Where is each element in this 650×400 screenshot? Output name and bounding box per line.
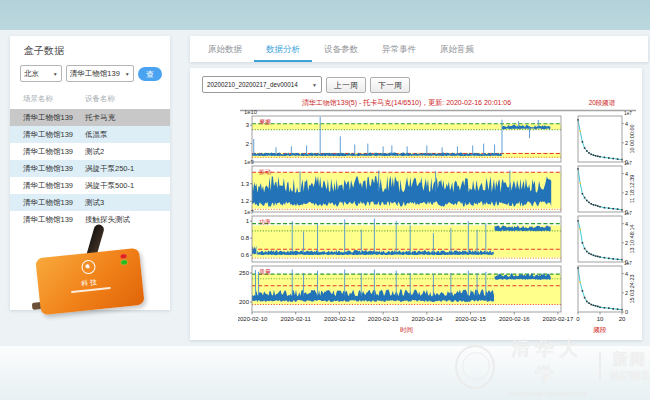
svg-text:20: 20 xyxy=(619,316,626,322)
row-device: 测试2 xyxy=(85,147,170,157)
row-scene: 清华工物馆139 xyxy=(10,164,85,174)
watermark-news-cn: 新闻 xyxy=(610,350,650,369)
svg-text:0.8: 0.8 xyxy=(241,235,250,241)
svg-text:1e7: 1e7 xyxy=(624,261,632,266)
tab-4[interactable]: 原始音频 xyxy=(428,36,486,60)
chevron-down-icon: ▼ xyxy=(53,71,58,77)
row-device: 涡旋干泵500-1 xyxy=(85,181,170,191)
svg-text:2: 2 xyxy=(625,190,628,196)
svg-text:2: 2 xyxy=(246,141,250,147)
svg-text:4: 4 xyxy=(625,171,628,177)
table-row[interactable]: 清华工物馆139接触探头测试 xyxy=(10,211,170,228)
led-red xyxy=(120,254,126,259)
tab-0[interactable]: 原始数据 xyxy=(196,36,254,60)
scene-column-header: 场景名称 xyxy=(10,94,85,104)
svg-text:振动: 振动 xyxy=(259,169,271,175)
table-row[interactable]: 清华工物馆139涡旋干泵500-1 xyxy=(10,177,170,194)
led-green xyxy=(121,260,127,265)
device-column-header: 设备名称 xyxy=(85,94,170,104)
device-table: 清华工物馆139托卡马克清华工物馆139低温泵清华工物馆139测试2清华工物馆1… xyxy=(10,109,170,228)
table-row[interactable]: 清华工物馆139涡旋干泵250-1 xyxy=(10,160,170,177)
svg-text:10: 10 xyxy=(597,316,604,322)
svg-text:1.2: 1.2 xyxy=(241,198,250,204)
svg-text:2020-02-11: 2020-02-11 xyxy=(281,316,312,322)
week-select-value: 20200210_20200217_dev00014 xyxy=(207,81,298,88)
svg-text:11 18:12:39: 11 18:12:39 xyxy=(629,175,635,204)
search-button[interactable]: 查询 xyxy=(138,67,162,81)
region-select-value: 北京 xyxy=(24,69,39,79)
watermark-divider xyxy=(599,352,601,382)
svg-text:2: 2 xyxy=(625,290,628,296)
svg-text:4: 4 xyxy=(625,221,628,227)
chevron-down-icon: ▼ xyxy=(312,82,317,88)
chevron-down-icon: ▼ xyxy=(125,71,130,77)
subplot-2: 0.60.811e7功率 xyxy=(241,209,561,262)
row-device: 涡旋干泵250-1 xyxy=(85,164,170,174)
row-device: 低温泵 xyxy=(85,130,170,140)
svg-text:1e7: 1e7 xyxy=(244,209,254,215)
watermark-en: Tsinghua University xyxy=(504,390,590,397)
row-device: 托卡马克 xyxy=(85,113,170,123)
svg-text:2020-02-17: 2020-02-17 xyxy=(543,316,574,322)
subplot-1: 1.21.31e9振动 xyxy=(241,159,561,212)
venue-select-value: 清华工物馆139 xyxy=(70,69,120,79)
subplot-3: 200250质量 xyxy=(239,266,561,312)
analysis-panel: 20200210_20200217_dev00014 ▼ 上一周 下一周 清华工… xyxy=(190,68,642,340)
svg-text:1e9: 1e9 xyxy=(244,159,254,165)
top-header-band xyxy=(0,0,650,30)
brand-logo-icon xyxy=(81,259,96,274)
sidebar-title: 盒子数据 xyxy=(24,44,170,58)
main-tab-bar: 原始数据数据分析设备参数异常事件原始音频 xyxy=(190,36,648,62)
svg-text:1.3: 1.3 xyxy=(241,181,250,187)
sidebar-filters: 北京 ▼ 清华工物馆139 ▼ 查询 xyxy=(20,65,162,82)
row-scene: 清华工物馆139 xyxy=(10,147,85,157)
table-row[interactable]: 清华工物馆139低温泵 xyxy=(10,126,170,143)
row-scene: 清华工物馆139 xyxy=(10,113,85,123)
row-scene: 清华工物馆139 xyxy=(10,181,85,191)
subplot-0: 231e10摩擦 xyxy=(244,109,561,162)
row-scene: 清华工物馆139 xyxy=(10,198,85,208)
spectrum-0: 0241e710 00:00:00 xyxy=(577,111,635,165)
tab-1[interactable]: 数据分析 xyxy=(254,36,312,62)
app-window: 盒子数据 北京 ▼ 清华工物馆139 ▼ 查询 场景名称 设备名称 清华工物馆1… xyxy=(0,0,650,400)
tab-2[interactable]: 设备参数 xyxy=(312,36,370,60)
sensor-box: 科技 xyxy=(35,248,144,316)
tab-3[interactable]: 异常事件 xyxy=(370,36,428,60)
analysis-chart: 清华工物馆139(5) - 托卡马克(14/6510)，更新: 2020-02-… xyxy=(238,90,638,340)
svg-text:清华工物馆139(5) - 托卡马克(14/6510)，更新: 清华工物馆139(5) - 托卡马克(14/6510)，更新: 2020-02-… xyxy=(302,98,511,107)
svg-text:2020-02-14: 2020-02-14 xyxy=(411,316,442,322)
svg-text:0: 0 xyxy=(625,309,628,315)
svg-text:时间: 时间 xyxy=(400,326,413,334)
svg-text:摩擦: 摩擦 xyxy=(259,118,271,126)
watermark: 清华大学 Tsinghua University 新闻 NEWS xyxy=(455,336,650,397)
table-row[interactable]: 清华工物馆139测试3 xyxy=(10,194,170,211)
table-row[interactable]: 清华工物馆139托卡马克 xyxy=(10,109,170,126)
region-select[interactable]: 北京 ▼ xyxy=(20,65,62,82)
svg-text:2020-02-12: 2020-02-12 xyxy=(324,316,355,322)
svg-text:200: 200 xyxy=(239,299,250,305)
svg-text:13 10:48:14: 13 10:48:14 xyxy=(629,224,635,253)
svg-text:2: 2 xyxy=(625,140,628,146)
svg-text:质量: 质量 xyxy=(259,269,271,275)
tsinghua-seal-icon xyxy=(455,345,495,389)
row-scene: 清华工物馆139 xyxy=(10,130,85,140)
svg-text:0: 0 xyxy=(576,316,580,322)
svg-text:1e7: 1e7 xyxy=(624,111,632,116)
svg-text:2: 2 xyxy=(625,240,628,246)
svg-text:2020-02-16: 2020-02-16 xyxy=(499,316,530,322)
device-table-header: 场景名称 设备名称 xyxy=(10,91,170,109)
row-device: 测试3 xyxy=(85,198,170,208)
svg-text:1e10: 1e10 xyxy=(244,109,257,115)
table-row[interactable]: 清华工物馆139测试2 xyxy=(10,143,170,160)
watermark-news-en: NEWS xyxy=(610,369,650,383)
svg-text:20段频谱: 20段频谱 xyxy=(589,99,616,107)
svg-text:15 03:24:23: 15 03:24:23 xyxy=(629,274,635,303)
svg-text:250: 250 xyxy=(239,270,250,276)
svg-text:4: 4 xyxy=(625,271,628,277)
device-photo: 科技 xyxy=(30,240,158,310)
svg-text:4: 4 xyxy=(625,121,628,127)
svg-text:2020-02-15: 2020-02-15 xyxy=(455,316,486,322)
svg-text:10 00:00:00: 10 00:00:00 xyxy=(629,124,635,153)
venue-select[interactable]: 清华工物馆139 ▼ xyxy=(66,65,134,82)
svg-text:功率: 功率 xyxy=(259,218,271,225)
